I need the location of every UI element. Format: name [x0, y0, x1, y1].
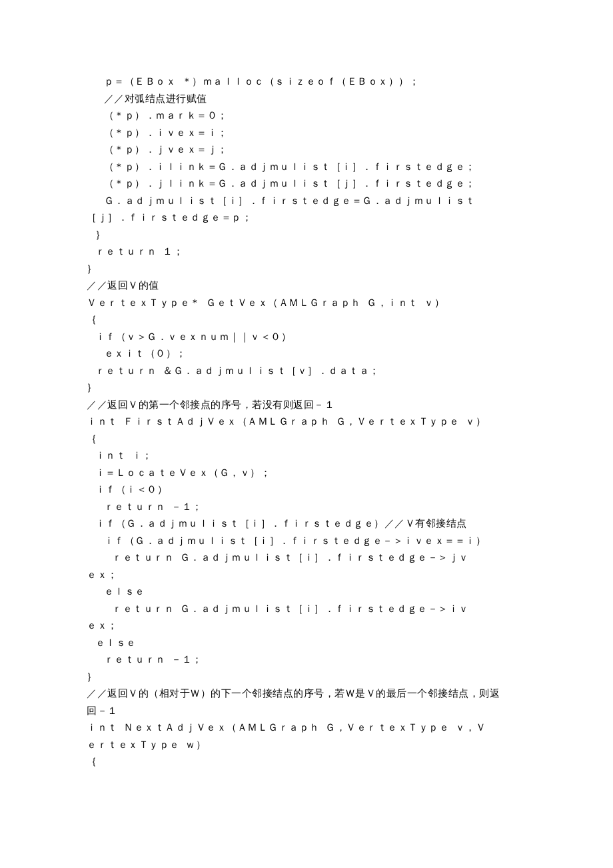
code-line: （＊ｐ）．ｍａｒｋ＝０； [87, 107, 526, 125]
code-line: ／／返回Ｖ的（相对于Ｗ）的下一个邻接结点的序号，若Ｗ是Ｖ的最后一个邻接结点，则返 [87, 685, 526, 703]
code-line: ／／返回Ｖ的第一个邻接点的序号，若没有则返回－１ [87, 397, 526, 414]
code-line: ／／对弧结点进行赋值 [87, 91, 526, 108]
code-line: ｝ [87, 261, 526, 278]
page: ｐ＝（ＥＢｏｘ ＊）ｍａｌｌｏｃ（ｓｉｚｅｏｆ（ＥＢｏｘ））； ／／对弧结点进行… [0, 0, 613, 868]
code-line: ｉｎｔ ＮｅｘｔＡｄｊＶｅｘ（ＡＭＬＧｒａｐｈ Ｇ，ＶｅｒｔｅｘＴｙｐｅ ｖ，Ｖ [87, 719, 526, 737]
code-line: ｝ [87, 227, 526, 244]
code-line: ［ｊ］．ｆｉｒｓｔｅｄｇｅ＝ｐ； [87, 209, 526, 227]
code-line: ｝ [87, 669, 526, 686]
code-line: ｒｅｔｕｒｎ Ｇ．ａｄｊｍｕｌｉｓｔ［ｉ］．ｆｉｒｓｔｅｄｇｅ－＞ｉｖ [87, 601, 526, 618]
code-line: ｒｅｔｕｒｎ ＆Ｇ．ａｄｊｍｕｌｉｓｔ［ｖ］．ｄａｔａ； [87, 363, 526, 380]
code-line: （＊ｐ）．ｊｖｅｘ＝ｊ； [87, 141, 526, 159]
code-line: ｉｎｔ ＦｉｒｓｔＡｄｊＶｅｘ（ＡＭＬＧｒａｐｈ Ｇ，ＶｅｒｔｅｘＴｙｐｅ ｖ） [87, 413, 526, 431]
code-line: ｒｅｔｕｒｎ Ｇ．ａｄｊｍｕｌｉｓｔ［ｉ］．ｆｉｒｓｔｅｄｇｅ－＞ｊｖ [87, 549, 526, 567]
code-line: （＊ｐ）．ｉｌｉｎｋ＝Ｇ．ａｄｊｍｕｌｉｓｔ［ｉ］．ｆｉｒｓｔｅｄｇｅ； [87, 159, 526, 176]
code-line: ｛ [87, 311, 526, 329]
code-line: ｉ＝ＬｏｃａｔｅＶｅｘ（Ｇ，ｖ）； [87, 465, 526, 482]
code-line: ｉｆ（Ｇ．ａｄｊｍｕｌｉｓｔ［ｉ］．ｆｉｒｓｔｅｄｇｅ）／／Ｖ有邻接结点 [87, 515, 526, 533]
code-line: ｒｅｔｕｒｎ －１； [87, 651, 526, 669]
code-line: ｅｘ； [87, 567, 526, 584]
code-line: （＊ｐ）．ｉｖｅｘ＝ｉ； [87, 125, 526, 142]
code-line: 回－１ [87, 703, 526, 720]
code-line: Ｇ．ａｄｊｍｕｌｉｓｔ［ｉ］．ｆｉｒｓｔｅｄｇｅ＝Ｇ．ａｄｊｍｕｌｉｓｔ [87, 193, 526, 210]
code-line: ｝ [87, 379, 526, 397]
code-line: ｉｆ（ｖ＞Ｇ．ｖｅｘｎｕｍ｜｜ｖ＜０） [87, 329, 526, 346]
code-line: ｉｆ（ｉ＜０） [87, 481, 526, 499]
code-line: ｉｎｔ ｉ； [87, 447, 526, 465]
code-line: ｅｌｓｅ [87, 635, 526, 652]
code-block: ｐ＝（ＥＢｏｘ ＊）ｍａｌｌｏｃ（ｓｉｚｅｏｆ（ＥＢｏｘ））； ／／对弧结点进行… [87, 73, 526, 771]
code-line: （＊ｐ）．ｊｌｉｎｋ＝Ｇ．ａｄｊｍｕｌｉｓｔ［ｊ］．ｆｉｒｓｔｅｄｇｅ； [87, 175, 526, 193]
code-line: ／／返回Ｖ的值 [87, 277, 526, 295]
code-line: ＶｅｒｔｅｘＴｙｐｅ＊ ＧｅｔＶｅｘ（ＡＭＬＧｒａｐｈ Ｇ，ｉｎｔ ｖ） [87, 295, 526, 312]
code-line: ｉｆ（Ｇ．ａｄｊｍｕｌｉｓｔ［ｉ］．ｆｉｒｓｔｅｄｇｅ－＞ｉｖｅｘ＝＝ｉ） [87, 533, 526, 550]
code-line: ｅｘ； [87, 617, 526, 635]
code-line: ｅｒｔｅｘＴｙｐｅ ｗ） [87, 737, 526, 754]
code-line: ｛ [87, 431, 526, 448]
code-line: ｛ [87, 753, 526, 771]
code-line: ｒｅｔｕｒｎ １； [87, 243, 526, 261]
code-line: ｅｘｉｔ（０）； [87, 345, 526, 363]
code-line: ｐ＝（ＥＢｏｘ ＊）ｍａｌｌｏｃ（ｓｉｚｅｏｆ（ＥＢｏｘ））； [87, 73, 526, 91]
code-line: ｅｌｓｅ [87, 583, 526, 601]
code-line: ｒｅｔｕｒｎ －１； [87, 499, 526, 516]
